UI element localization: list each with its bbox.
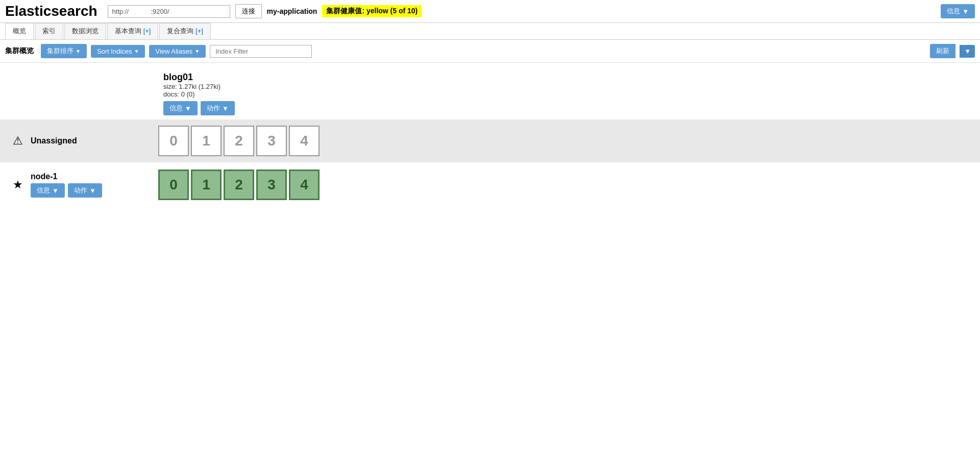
connect-button[interactable]: 连接 [235, 4, 262, 18]
header: Elasticsearch 连接 my-application 集群健康值: y… [0, 0, 980, 23]
index-info-button[interactable]: 信息 ▼ [163, 101, 198, 115]
shard-unassigned-1[interactable]: 1 [191, 126, 222, 156]
node1-action-button[interactable]: 动作 ▼ [68, 183, 102, 198]
cluster-sort-button[interactable]: 集群排序 ▼ [41, 44, 87, 58]
node-row-node1: ★ node-1 信息 ▼ 动作 ▼ 0 1 2 3 4 [0, 163, 980, 206]
shard-node1-4[interactable]: 4 [289, 169, 320, 200]
tab-index[interactable]: 索引 [35, 23, 63, 39]
node1-label: node-1 [31, 172, 133, 181]
refresh-caret-button[interactable]: ▼ [960, 45, 975, 58]
node1-info-label: 信息 [37, 186, 50, 195]
tab-complex-query[interactable]: 复合查询 [+] [159, 23, 210, 39]
index-actions: 信息 ▼ 动作 ▼ [163, 101, 975, 115]
index-filter-input[interactable] [210, 45, 312, 58]
main-content: blog01 size: 1.27ki (1.27ki) docs: 0 (0)… [0, 63, 980, 212]
info-label: 信息 [947, 7, 960, 16]
index-info-caret-icon: ▼ [185, 105, 191, 112]
index-docs: docs: 0 (0) [163, 90, 975, 98]
index-size: size: 1.27ki (1.27ki) [163, 83, 975, 90]
shard-node1-2[interactable]: 2 [224, 169, 254, 200]
node1-action-caret-icon: ▼ [89, 187, 96, 195]
node1-actions: 信息 ▼ 动作 ▼ [31, 183, 158, 198]
shard-node1-1[interactable]: 1 [191, 169, 222, 200]
shard-node1-3[interactable]: 3 [256, 169, 287, 200]
complex-query-plus[interactable]: [+] [195, 27, 203, 35]
node-col-unassigned: Unassigned [31, 136, 158, 145]
index-name: blog01 [163, 72, 975, 83]
app-name: my-application [267, 7, 317, 15]
info-caret-icon: ▼ [962, 8, 969, 15]
basic-query-plus[interactable]: [+] [143, 27, 151, 35]
view-aliases-button[interactable]: View Aliases ▼ [149, 45, 206, 58]
warning-icon: ⚠ [5, 134, 31, 148]
sort-indices-button[interactable]: Sort Indices ▼ [91, 45, 145, 58]
health-badge: 集群健康值: yellow (5 of 10) [322, 5, 422, 17]
star-icon: ★ [5, 178, 31, 191]
shard-unassigned-3[interactable]: 3 [256, 126, 287, 156]
toolbar: 集群概览 集群排序 ▼ Sort Indices ▼ View Aliases … [0, 40, 980, 63]
node1-shards: 0 1 2 3 4 [158, 169, 320, 200]
node1-info-caret-icon: ▼ [52, 187, 59, 195]
shard-node1-0[interactable]: 0 [158, 169, 189, 200]
index-header: blog01 size: 1.27ki (1.27ki) docs: 0 (0)… [0, 68, 980, 119]
nav-tabs: 概览 索引 数据浏览 基本查询 [+] 复合查询 [+] [0, 23, 980, 40]
view-aliases-label: View Aliases [155, 47, 192, 55]
refresh-caret-icon: ▼ [964, 47, 971, 55]
index-action-button[interactable]: 动作 ▼ [201, 101, 235, 115]
index-action-label: 动作 [207, 104, 220, 113]
view-aliases-caret-icon: ▼ [194, 48, 200, 54]
sort-indices-caret-icon: ▼ [134, 48, 139, 54]
node-col-node1: node-1 信息 ▼ 动作 ▼ [31, 172, 158, 198]
app-title: Elasticsearch [5, 3, 97, 19]
node1-action-label: 动作 [74, 186, 87, 195]
index-action-caret-icon: ▼ [222, 105, 229, 112]
shard-unassigned-4[interactable]: 4 [289, 126, 320, 156]
tab-basic-query[interactable]: 基本查询 [+] [107, 23, 158, 39]
section-title: 集群概览 [5, 46, 34, 56]
url-input[interactable] [108, 5, 230, 18]
sort-indices-label: Sort Indices [97, 47, 132, 55]
shard-unassigned-2[interactable]: 2 [224, 126, 254, 156]
shard-unassigned-0[interactable]: 0 [158, 126, 189, 156]
node1-info-button[interactable]: 信息 ▼ [31, 183, 65, 198]
index-info-label: 信息 [169, 104, 183, 113]
unassigned-label: Unassigned [31, 136, 133, 145]
tab-data-browser[interactable]: 数据浏览 [64, 23, 106, 39]
tab-overview[interactable]: 概览 [5, 23, 34, 39]
cluster-sort-caret-icon: ▼ [76, 48, 81, 54]
info-button-right[interactable]: 信息 ▼ [941, 4, 975, 18]
unassigned-shards: 0 1 2 3 4 [158, 126, 320, 156]
node-row-unassigned: ⚠ Unassigned 0 1 2 3 4 [0, 119, 980, 162]
refresh-button[interactable]: 刷新 [930, 44, 955, 58]
cluster-sort-label: 集群排序 [47, 46, 74, 56]
